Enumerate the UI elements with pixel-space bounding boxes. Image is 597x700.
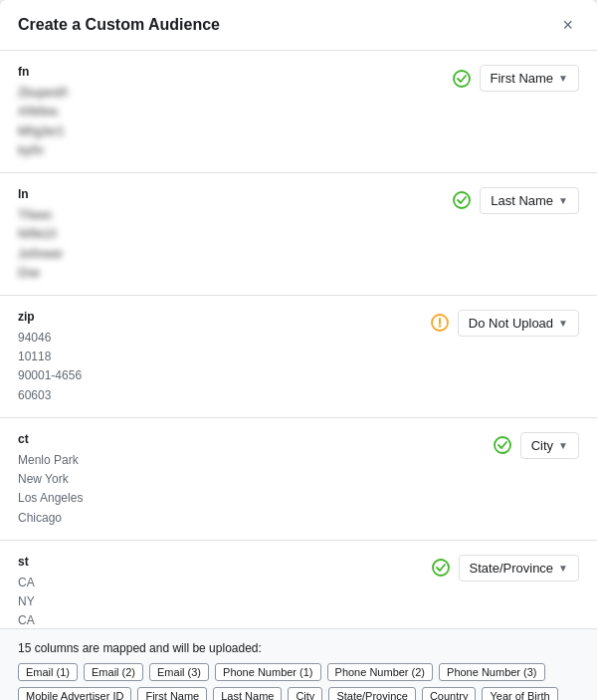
city-btn[interactable]: City▼ [520, 432, 579, 459]
col-value: Nñfe1ñ [18, 225, 440, 244]
col-value: Tñeeo [18, 206, 440, 225]
row-actions-zip: Do Not Upload▼ [430, 310, 579, 337]
data-preview-ln: lnTñeeoNñfe1ñJoñnwerDoe [18, 185, 440, 283]
tag: Country [422, 687, 477, 700]
col-header-st: st [18, 553, 419, 572]
last-name-btn-chevron: ▼ [558, 195, 568, 206]
tag: City [288, 687, 322, 700]
data-preview-ct: ctMenlo ParkNew YorkLos AngelesChicago [18, 430, 481, 528]
tag: Year of Birth [482, 687, 557, 700]
col-header-zip: zip [18, 308, 418, 327]
city-btn-label: City [531, 438, 553, 453]
data-row-fn: fnZbupestñAñkfew.Mñg3e/1byñn First Name▼ [0, 51, 597, 173]
do-not-upload-btn-label: Do Not Upload [469, 316, 553, 331]
tag: Last Name [213, 687, 282, 700]
footer: 15 columns are mapped and will be upload… [0, 628, 597, 700]
col-value: 94046 [18, 329, 418, 348]
modal-body: fnZbupestñAñkfew.Mñg3e/1byñn First Name▼… [0, 51, 597, 628]
status-icon-fn [452, 69, 472, 89]
svg-point-4 [439, 326, 441, 328]
tag: Email (3) [149, 663, 209, 681]
tag: First Name [137, 687, 207, 700]
status-icon-zip [430, 313, 450, 333]
data-row-ln: lnTñeeoNñfe1ñJoñnwerDoe Last Name▼ [0, 173, 597, 296]
state-province-btn[interactable]: State/Province▼ [459, 555, 579, 582]
row-actions-fn: First Name▼ [452, 65, 579, 92]
col-value: Menlo Park [18, 451, 481, 470]
col-value: 90001-4656 [18, 366, 418, 385]
first-name-btn[interactable]: First Name▼ [480, 65, 579, 92]
tag: Phone Number (2) [327, 663, 434, 681]
col-value: CA [18, 611, 419, 628]
state-province-btn-chevron: ▼ [558, 563, 568, 574]
footer-summary: 15 columns are mapped and will be upload… [18, 641, 579, 655]
svg-point-1 [454, 192, 470, 208]
col-header-fn: fn [18, 63, 440, 82]
col-value: CA [18, 574, 419, 592]
col-value: Zbupestñ [18, 84, 440, 103]
svg-point-0 [454, 71, 470, 87]
col-value: byñn [18, 141, 440, 160]
svg-point-5 [495, 437, 510, 453]
col-value: Doe [18, 264, 440, 283]
last-name-btn-label: Last Name [491, 193, 553, 208]
col-value: 10118 [18, 348, 418, 366]
col-value: Joñnwer [18, 245, 440, 264]
status-icon-ln [452, 190, 472, 210]
data-row-st: stCANYCAIL State/Province▼ [0, 541, 597, 628]
svg-point-6 [433, 560, 449, 576]
last-name-btn[interactable]: Last Name▼ [480, 187, 579, 214]
modal-header: Create a Custom Audience × [0, 0, 597, 51]
col-value: 60603 [18, 386, 418, 405]
col-value: New York [18, 470, 481, 489]
row-actions-st: State/Province▼ [431, 555, 579, 582]
col-value: NY [18, 592, 419, 611]
status-icon-st [431, 558, 451, 578]
close-button[interactable]: × [556, 14, 579, 36]
tag: Phone Number (3) [439, 663, 545, 681]
tag: Email (2) [84, 663, 143, 681]
tags-container: Email (1)Email (2)Email (3)Phone Number … [18, 663, 579, 700]
col-value: Los Angeles [18, 489, 481, 508]
city-btn-chevron: ▼ [558, 440, 568, 451]
col-header-ln: ln [18, 185, 440, 204]
tag: Phone Number (1) [215, 663, 321, 681]
row-actions-ln: Last Name▼ [452, 187, 579, 214]
tag: Email (1) [18, 663, 78, 681]
data-row-ct: ctMenlo ParkNew YorkLos AngelesChicago C… [0, 418, 597, 541]
tag: State/Province [328, 687, 416, 700]
data-row-zip: zip940461011890001-465660603 Do Not Uplo… [0, 296, 597, 418]
status-icon-ct [493, 435, 512, 455]
row-actions-ct: City▼ [493, 432, 579, 459]
state-province-btn-label: State/Province [470, 561, 554, 576]
first-name-btn-label: First Name [491, 71, 554, 86]
data-preview-zip: zip940461011890001-465660603 [18, 308, 418, 405]
col-header-ct: ct [18, 430, 481, 449]
first-name-btn-chevron: ▼ [558, 73, 568, 84]
data-preview-st: stCANYCAIL [18, 553, 419, 628]
col-value: Mñg3e/1 [18, 122, 440, 141]
modal-title: Create a Custom Audience [18, 16, 220, 34]
create-custom-audience-modal: Create a Custom Audience × fnZbupestñAñk… [0, 0, 597, 700]
data-preview-fn: fnZbupestñAñkfew.Mñg3e/1byñn [18, 63, 440, 160]
col-value: Chicago [18, 509, 481, 528]
do-not-upload-btn-chevron: ▼ [558, 318, 568, 329]
do-not-upload-btn[interactable]: Do Not Upload▼ [458, 310, 579, 337]
tag: Mobile Advertiser ID [18, 687, 131, 700]
col-value: Añkfew. [18, 103, 440, 121]
